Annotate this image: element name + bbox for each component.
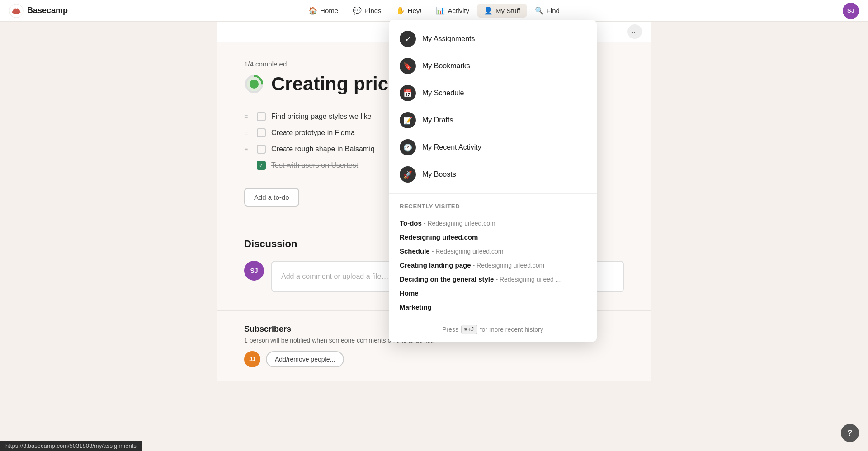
drag-handle-icon[interactable]: ≡ [244,129,251,136]
todo-checkbox-1[interactable] [257,112,266,121]
subscriber-avatar: JJ [244,351,260,367]
bookmarks-icon: 🔖 [400,58,416,74]
top-navigation: Basecamp 🏠 Home 💬 Pings ✋ Hey! 📊 Activit… [0,0,868,22]
nav-pings-label: Pings [364,7,382,14]
recent-item-main-2: Schedule [400,247,430,255]
hey-icon: ✋ [396,6,405,15]
brand-name: Basecamp [27,6,68,15]
mystuff-dropdown: ✓ My Assignments 🔖 My Bookmarks 📅 My Sch… [389,20,597,342]
recent-item-main-0: To-dos [400,219,422,227]
mystuff-menu-item-drafts[interactable]: 📝 My Drafts [389,107,597,134]
recent-item-sub-0: - Redesigning uifeed.com [424,220,495,227]
nav-item-pings[interactable]: 💬 Pings [346,4,388,18]
svg-point-4 [250,80,259,89]
todo-item-text-completed: Test with users on Usertest [271,161,358,169]
list-item[interactable]: Marketing [400,300,586,314]
status-bar: https://3.basecamp.com/5031803/my/assign… [0,441,142,451]
nav-activity-label: Activity [448,7,469,14]
schedule-icon: 📅 [400,85,416,101]
basecamp-logo-icon[interactable] [9,4,24,18]
list-item[interactable]: Redesigning uifeed.com [400,230,586,244]
nav-item-home[interactable]: 🏠 Home [302,4,344,18]
more-options-button[interactable]: ··· [627,24,642,39]
nav-mystuff-label: My Stuff [495,7,520,14]
subscribers-row: JJ Add/remove people... [244,351,624,367]
mystuff-menu-item-assignments[interactable]: ✓ My Assignments [389,25,597,52]
recent-item-sub-3: - Redesigning uifeed.com [473,262,545,269]
recently-visited-title: Recently visited [400,203,586,210]
todo-checkbox-2[interactable] [257,128,266,137]
todo-item-text-2: Create prototype in Figma [271,129,355,137]
list-item[interactable]: Home [400,286,586,300]
recent-activity-label: My Recent Activity [422,143,481,151]
recent-item-main-6: Marketing [400,303,432,311]
mystuff-menu-item-boosts[interactable]: 🚀 My Boosts [389,161,597,188]
user-area: SJ [843,3,859,19]
nav-item-hey[interactable]: ✋ Hey! [390,4,428,18]
list-item[interactable]: Creating landing page - Redesigning uife… [400,258,586,272]
assignments-label: My Assignments [422,35,475,43]
nav-items: 🏠 Home 💬 Pings ✋ Hey! 📊 Activity 👤 My St… [302,4,566,18]
recently-visited-section: Recently visited To-dos - Redesigning ui… [389,194,597,319]
drag-handle-icon[interactable]: ≡ [244,113,251,120]
add-remove-people-button[interactable]: Add/remove people... [266,351,344,367]
nav-item-activity[interactable]: 📊 Activity [429,4,476,18]
press-hint-text: Press [442,326,458,333]
nav-home-label: Home [320,7,338,14]
add-todo-button[interactable]: Add a to-do [244,188,299,207]
recent-item-main-4: Deciding on the general style [400,275,494,283]
list-item[interactable]: Deciding on the general style - Redesign… [400,272,586,286]
mystuff-menu-item-bookmarks[interactable]: 🔖 My Bookmarks [389,52,597,80]
avatar: SJ [244,261,264,281]
recent-item-sub-2: - Redesigning uifeed.com [432,248,504,255]
help-button[interactable]: ? [841,424,859,442]
find-icon: 🔍 [535,6,544,15]
keyboard-shortcut: ⌘+J [461,325,477,334]
bookmarks-label: My Bookmarks [422,62,470,70]
boosts-label: My Boosts [422,170,456,179]
todo-checkbox-3[interactable] [257,145,266,154]
nav-hey-label: Hey! [408,7,422,14]
list-item[interactable]: To-dos - Redesigning uifeed.com [400,216,586,230]
nav-item-mystuff[interactable]: 👤 My Stuff [477,4,527,18]
brand-area: Basecamp [9,4,68,18]
user-avatar-nav[interactable]: SJ [843,3,859,19]
list-item[interactable]: Schedule - Redesigning uifeed.com [400,244,586,258]
drag-handle-icon[interactable]: ≡ [244,146,251,153]
home-icon: 🏠 [308,6,317,15]
nav-item-find[interactable]: 🔍 Find [528,4,566,18]
press-hint-suffix: for more recent history [480,326,543,333]
recent-item-main-5: Home [400,289,419,297]
todo-item-text-1: Find pricing page styles we like [271,113,371,121]
recent-item-main-3: Creating landing page [400,261,471,269]
activity-icon: 📊 [436,6,445,15]
recent-item-sub-4: - Redesigning uifeed ... [495,276,561,283]
progress-circle-icon [244,74,264,94]
comment-placeholder: Add a comment or upload a file… [281,272,388,281]
schedule-label: My Schedule [422,89,464,97]
press-hint: Press ⌘+J for more recent history [389,319,597,342]
mystuff-icon: 👤 [484,6,493,15]
drafts-label: My Drafts [422,116,453,124]
todo-checkbox-completed[interactable]: ✓ [257,161,266,170]
pings-icon: 💬 [353,6,362,15]
recent-activity-icon: 🕐 [400,139,416,155]
nav-find-label: Find [547,7,560,14]
discussion-title: Discussion [244,238,297,250]
todo-item-text-3: Create rough shape in Balsamiq [271,145,375,153]
boosts-icon: 🚀 [400,166,416,183]
drafts-icon: 📝 [400,112,416,128]
mystuff-menu-item-schedule[interactable]: 📅 My Schedule [389,80,597,107]
dropdown-menu-items: ✓ My Assignments 🔖 My Bookmarks 📅 My Sch… [389,20,597,194]
recent-item-main-1: Redesigning uifeed.com [400,233,478,241]
mystuff-menu-item-recent-activity[interactable]: 🕐 My Recent Activity [389,134,597,161]
assignments-icon: ✓ [400,31,416,47]
